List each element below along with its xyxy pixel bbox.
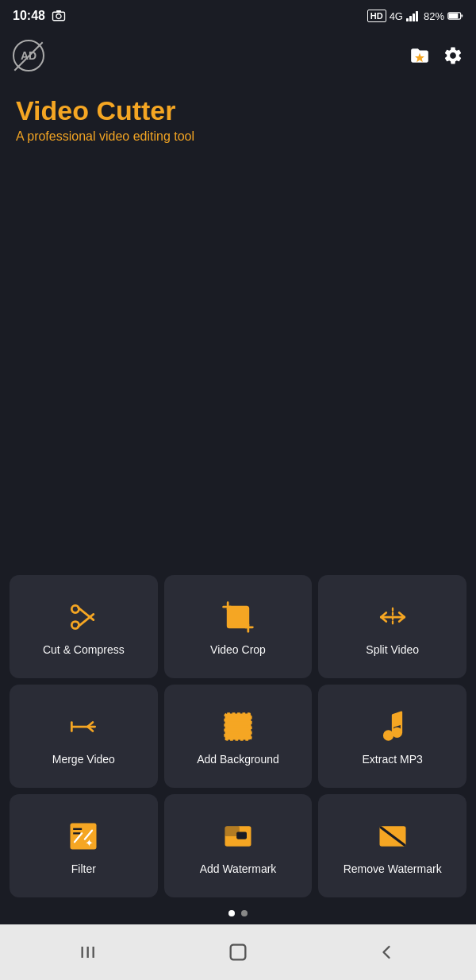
tool-cut-compress-label: Cut & Compress	[43, 642, 125, 657]
crop-icon	[221, 600, 255, 635]
network-badge: 4G	[390, 10, 403, 22]
ad-block-icon: AD	[13, 40, 44, 71]
favorites-button[interactable]	[409, 45, 430, 66]
svg-point-11	[72, 605, 79, 612]
signal-icon	[406, 10, 420, 21]
top-right-icons	[409, 45, 463, 66]
svg-rect-51	[231, 945, 246, 960]
pagination-dot-1[interactable]	[228, 910, 235, 916]
svg-rect-5	[413, 14, 415, 21]
svg-rect-3	[406, 18, 409, 21]
app-title: Video Cutter	[16, 95, 460, 126]
pagination-dot-2[interactable]	[241, 910, 248, 916]
recent-nav-button[interactable]	[375, 941, 397, 963]
status-time: 10:48	[13, 9, 45, 23]
tool-merge-video[interactable]: Merge Video	[10, 685, 158, 788]
merge-icon	[66, 709, 101, 744]
top-bar: AD	[0, 32, 476, 79]
watermark-icon	[221, 819, 255, 854]
camera-icon	[52, 9, 66, 24]
chevron-left-icon	[375, 941, 397, 963]
tool-video-crop-label: Video Crop	[210, 642, 266, 657]
tool-cut-compress[interactable]: Cut & Compress	[10, 575, 158, 678]
hero-section: Video Cutter A professional video editin…	[0, 79, 476, 152]
tool-add-background-label: Add Background	[197, 752, 279, 766]
star-folder-icon	[409, 45, 430, 66]
battery-level: 82%	[424, 10, 444, 22]
tool-remove-watermark-label: Remove Watermark	[344, 862, 442, 876]
tools-area: Cut & Compress Video Crop	[0, 152, 476, 924]
tool-extract-mp3[interactable]: Extract MP3	[318, 685, 466, 788]
split-icon	[375, 600, 410, 635]
tool-split-video-label: Split Video	[366, 642, 419, 657]
svg-text:✦: ✦	[85, 837, 94, 849]
settings-button[interactable]	[443, 45, 463, 66]
svg-rect-8	[449, 14, 459, 19]
battery-icon	[447, 11, 463, 21]
tools-grid: Cut & Compress Video Crop	[10, 575, 466, 897]
status-left: 10:48	[13, 9, 66, 24]
background-icon	[221, 709, 255, 744]
svg-rect-9	[462, 14, 463, 17]
tool-add-watermark[interactable]: Add Watermark	[164, 794, 313, 897]
tool-add-background[interactable]: Add Background	[164, 685, 313, 788]
svg-rect-6	[416, 11, 418, 21]
menu-lines-icon	[79, 941, 101, 963]
remove-watermark-icon	[375, 819, 410, 854]
svg-rect-15	[228, 607, 248, 627]
tool-add-watermark-label: Add Watermark	[200, 862, 277, 876]
music-icon	[375, 709, 410, 744]
svg-rect-44	[225, 826, 239, 836]
svg-rect-2	[56, 10, 61, 12]
svg-point-35	[393, 728, 401, 737]
tool-remove-watermark[interactable]: Remove Watermark	[318, 794, 466, 897]
bottom-nav	[0, 924, 476, 980]
filter-icon: ✦	[66, 819, 101, 854]
svg-line-14	[79, 614, 94, 627]
svg-line-13	[79, 608, 94, 620]
tool-filter[interactable]: ✦ Filter	[10, 794, 158, 897]
tool-extract-mp3-label: Extract MP3	[363, 752, 423, 766]
tool-video-crop[interactable]: Video Crop	[164, 575, 313, 678]
svg-point-1	[56, 14, 61, 18]
hd-badge: HD	[367, 10, 386, 22]
home-square-icon	[227, 941, 249, 963]
svg-point-12	[72, 621, 79, 628]
status-right: HD 4G 82%	[367, 10, 463, 22]
tool-split-video[interactable]: Split Video	[318, 575, 466, 678]
home-nav-button[interactable]	[227, 941, 249, 963]
back-nav-button[interactable]	[79, 941, 101, 963]
tool-merge-video-label: Merge Video	[52, 752, 115, 766]
gear-icon	[443, 45, 463, 66]
svg-point-34	[384, 731, 393, 739]
status-bar: 10:48 HD 4G 82%	[0, 0, 476, 32]
scissors-icon	[66, 600, 101, 635]
svg-rect-4	[409, 16, 412, 21]
tool-filter-label: Filter	[71, 862, 96, 876]
app-subtitle: A professional video editing tool	[16, 129, 460, 144]
pagination-dots	[10, 897, 466, 924]
